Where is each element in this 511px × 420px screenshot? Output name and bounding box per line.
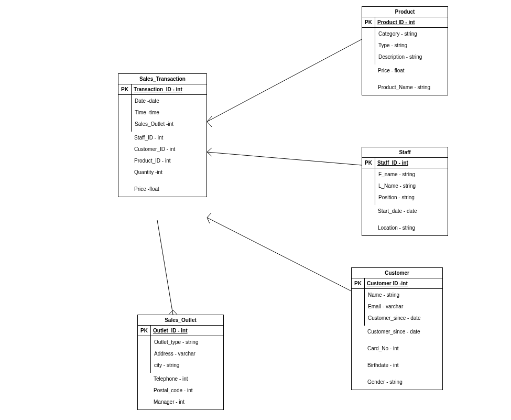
attr: Customer_since - date <box>367 313 440 325</box>
attr: Email - varchar <box>367 301 440 313</box>
svg-line-7 <box>207 213 211 218</box>
svg-line-5 <box>207 152 212 156</box>
attr <box>377 218 445 223</box>
svg-line-8 <box>207 218 210 223</box>
attr: Gender - string <box>366 377 440 389</box>
svg-line-0 <box>207 39 362 122</box>
rel-salestransaction-product <box>207 39 362 127</box>
pk-label: PK <box>362 158 375 168</box>
pk-field: Transaction_ID - int <box>132 84 206 94</box>
entity-customer: Customer PK Customer ID -int Name - stri… <box>351 267 443 390</box>
attr: L_Name - string <box>377 181 445 192</box>
attr: Card_No - int <box>366 343 440 355</box>
attr: Manager - int <box>153 397 221 408</box>
rel-salestransaction-staff <box>207 148 362 165</box>
svg-line-3 <box>207 152 362 165</box>
attr: Sales_Outlet -int <box>134 119 204 131</box>
svg-line-9 <box>157 220 173 315</box>
entity-title: Sales_Outlet <box>138 315 223 326</box>
attr: Description - string <box>377 52 445 63</box>
pk-field: Customer ID -int <box>365 278 442 288</box>
entity-title: Product <box>362 7 448 17</box>
entity-staff: Staff PK Staff_ID - int F_name - string … <box>362 147 448 236</box>
rel-salestransaction-salesoutlet <box>157 220 177 315</box>
svg-line-1 <box>207 116 212 122</box>
attr: Start_date - date <box>377 206 445 218</box>
pk-field: Staff_ID - int <box>375 158 448 168</box>
attr: Price -float <box>133 184 204 196</box>
attr: Product_ID - int <box>133 156 204 167</box>
entity-product: Product PK Product ID - int Category - s… <box>362 6 448 95</box>
attr: Price - float <box>377 66 445 77</box>
attr: Customer_since - date <box>366 327 440 338</box>
rel-salestransaction-customer <box>207 213 351 291</box>
attr: Staff_ID - int <box>133 133 204 144</box>
attr: Position - string <box>377 192 445 204</box>
pk-label: PK <box>118 84 132 94</box>
attr: Date -date <box>134 96 204 107</box>
attr: Address - varchar <box>153 349 221 360</box>
svg-line-6 <box>207 218 351 291</box>
attr <box>133 179 204 184</box>
attr: Birthdate - int <box>366 360 440 372</box>
attr: Customer_ID - int <box>133 144 204 156</box>
pk-field: Outlet_ID - int <box>151 326 223 336</box>
attr: city - string <box>153 360 221 372</box>
attr: Location - string <box>377 223 445 234</box>
entity-title: Customer <box>352 268 442 278</box>
attr: Postal_code - int <box>153 385 221 397</box>
pk-label: PK <box>362 17 375 27</box>
svg-line-4 <box>207 148 212 152</box>
attr <box>366 355 440 360</box>
attr <box>366 372 440 377</box>
attr: Outlet_type - string <box>153 337 221 349</box>
attr: Telephone - int <box>153 374 221 385</box>
entity-sales-transaction: Sales_Transaction PK Transaction_ID - in… <box>118 73 207 197</box>
svg-line-10 <box>169 310 173 315</box>
pk-label: PK <box>352 278 365 288</box>
svg-line-11 <box>173 310 177 315</box>
attr: Type - string <box>377 40 445 52</box>
attr: Product_Name - string <box>377 82 445 94</box>
pk-label: PK <box>138 326 151 336</box>
attr <box>377 77 445 82</box>
entity-sales-outlet: Sales_Outlet PK Outlet_ID - int Outlet_t… <box>137 315 224 410</box>
pk-field: Product ID - int <box>375 17 448 27</box>
entity-title: Sales_Transaction <box>118 74 206 84</box>
attr: Time -time <box>134 107 204 119</box>
attr: F_name - string <box>377 169 445 181</box>
attr <box>366 338 440 343</box>
svg-line-2 <box>207 122 212 127</box>
entity-title: Staff <box>362 147 448 158</box>
attr: Category - string <box>377 29 445 40</box>
attr: Name - string <box>367 290 440 301</box>
attr: Quantity -int <box>133 167 204 179</box>
